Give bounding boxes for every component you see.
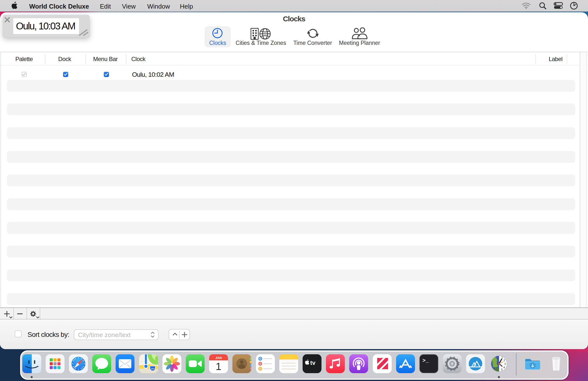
svg-text:280: 280 xyxy=(151,367,155,370)
svg-text:tv: tv xyxy=(310,360,315,366)
svg-text:4: 4 xyxy=(503,366,505,369)
svg-text:JAN: JAN xyxy=(215,356,222,360)
svg-text:>_: >_ xyxy=(422,358,429,364)
svg-text:3: 3 xyxy=(504,362,506,365)
svg-text:1: 1 xyxy=(501,357,503,359)
svg-text:2: 2 xyxy=(504,359,505,362)
svg-text:1: 1 xyxy=(216,361,221,372)
svg-text:5: 5 xyxy=(501,368,503,371)
